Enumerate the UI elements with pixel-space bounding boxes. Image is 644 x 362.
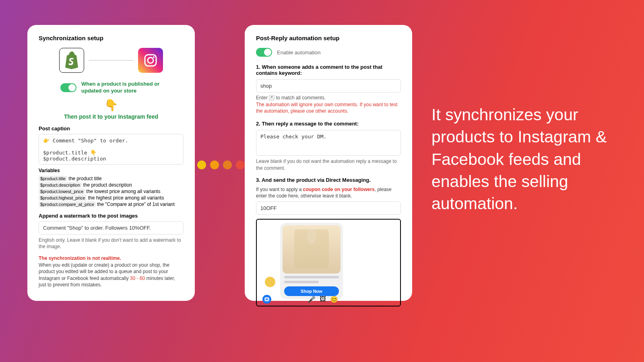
point-down-icon: 👇 [39,99,184,112]
enable-label: Enable automation [277,49,320,56]
coupon-note: If you want to apply a coupon code on yo… [256,186,401,199]
mic-icon[interactable]: 🎤 [308,296,316,303]
dm-product-card: Shop Now [280,223,343,299]
watermark-help: English only. Leave it blank if you don'… [39,237,184,250]
reply-help: Leave blank if you do not want the autom… [256,158,401,171]
sync-card: Synchronization setup When a product is … [27,25,195,301]
dot-3 [223,160,232,169]
dm-footer: 🎤 🖼 😊 [257,293,400,306]
sync-toggle-row: When a product is published or updated o… [39,81,184,95]
enable-toggle[interactable] [256,48,272,57]
variables-section: Variables $product.title the product tit… [39,168,184,207]
step2-label: 2. Then reply a message to the comment: [256,121,401,127]
dm-product-image [283,225,341,274]
caption-input[interactable]: 👉 Comment "Shop" to order. $product.titl… [39,134,184,165]
svg-point-2 [153,56,155,58]
coupon-input[interactable]: 10OFF [256,202,401,215]
connector-dots [197,160,245,169]
dot-1 [197,160,206,169]
sync-warning-title: The synchronization is not realtime. [39,255,184,261]
instagram-icon [138,48,163,73]
sync-warning-body: When you edit (update or create) a produ… [39,262,184,288]
watermark-input[interactable]: Comment "Shop" to order. Followers 10%OF… [39,221,184,234]
dot-2 [210,160,219,169]
automation-title: Post-Reply automation setup [256,35,401,41]
step3-label: 3. And send the product via Direct Messa… [256,177,401,183]
reply-input[interactable]: Please check your DM. [256,130,401,156]
then-post-label: Then post it to your Instagram feed [39,113,184,120]
camera-icon[interactable] [262,295,271,304]
step1-label: 1. When someone adds a comment to the po… [256,64,401,76]
connector-line [89,60,133,61]
ignore-warning: The automation will ignore your own comm… [256,101,401,114]
shopify-icon [59,48,84,73]
dot-4 [236,160,245,169]
dm-skeleton-line [284,281,319,283]
sticker-icon[interactable]: 😊 [330,296,338,303]
keyword-input[interactable]: shop [256,79,401,93]
sync-toggle-label: When a product is published or updated o… [81,81,162,95]
dm-preview: Shop Now 🎤 🖼 😊 [256,219,401,306]
svg-point-1 [148,58,153,63]
sync-toggle[interactable] [60,83,76,92]
variables-label: Variables [39,168,184,173]
logo-row [39,48,184,73]
dm-avatar [265,277,275,287]
sync-title: Synchronization setup [39,35,184,41]
svg-rect-0 [145,55,156,66]
svg-point-3 [266,298,268,300]
photo-icon[interactable]: 🖼 [320,296,326,303]
automation-card: Post-Reply automation setup Enable autom… [245,25,412,301]
match-note: Enter * to match all comments. [256,95,401,101]
marketing-headline: It synchronizes your products to Instagr… [431,104,621,215]
dm-skeleton-line [284,276,339,278]
caption-label: Post caption [39,125,184,132]
watermark-label: Append a watermark to the post images [39,213,184,219]
